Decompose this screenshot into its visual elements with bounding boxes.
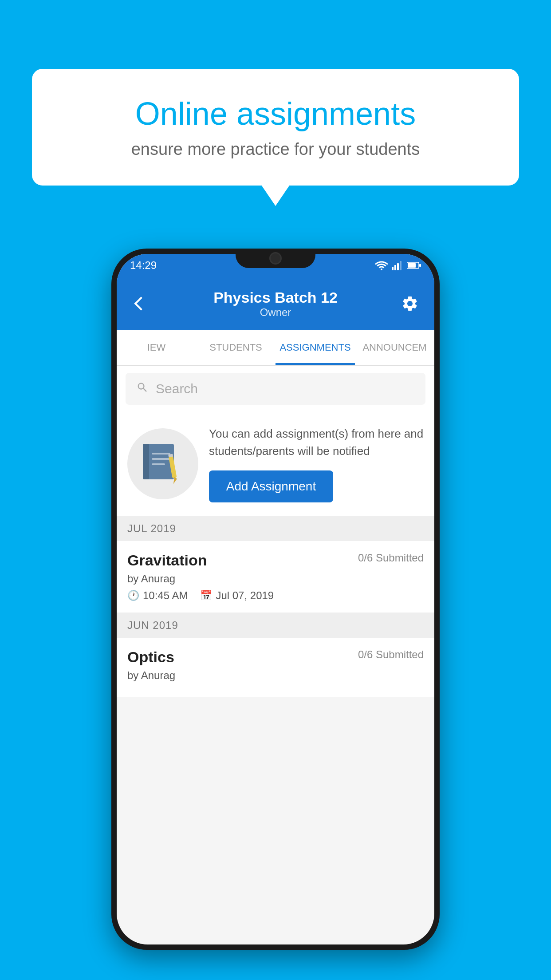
search-bar[interactable]: Search <box>126 373 425 405</box>
tab-students[interactable]: STUDENTS <box>196 330 276 365</box>
signal-icon <box>392 261 403 270</box>
add-assignment-right: You can add assignment(s) from here and … <box>209 425 424 502</box>
month-header-jul: JUL 2019 <box>117 516 434 541</box>
phone-camera <box>269 252 282 265</box>
speech-bubble-subtitle: ensure more practice for your students <box>63 140 488 159</box>
calendar-icon: 📅 <box>200 590 212 601</box>
assignment-item-optics[interactable]: Optics 0/6 Submitted by Anurag <box>117 638 434 697</box>
search-input-placeholder: Search <box>156 381 198 396</box>
header-title-area: Physics Batch 12 Owner <box>213 289 338 319</box>
assignment-meta-gravitation: 🕐 10:45 AM 📅 Jul 07, 2019 <box>127 589 424 602</box>
search-bar-container: Search <box>117 366 434 412</box>
svg-rect-3 <box>397 263 399 270</box>
header-title: Physics Batch 12 <box>213 289 338 306</box>
phone-mockup: 14:29 <box>111 249 440 950</box>
assignment-name-optics: Optics <box>127 648 174 666</box>
svg-rect-11 <box>152 458 170 460</box>
phone-screen: 14:29 <box>117 254 434 944</box>
header-subtitle: Owner <box>213 306 338 319</box>
back-button[interactable] <box>130 292 152 315</box>
phone-outer: 14:29 <box>111 249 440 950</box>
svg-rect-12 <box>152 463 165 465</box>
status-icons <box>375 261 421 270</box>
month-header-jun: JUN 2019 <box>117 613 434 638</box>
search-icon <box>136 381 149 397</box>
back-arrow-icon <box>134 296 148 310</box>
speech-bubble-title: Online assignments <box>63 95 488 132</box>
status-time: 14:29 <box>130 259 157 272</box>
svg-rect-1 <box>392 267 394 270</box>
assignment-name-gravitation: Gravitation <box>127 552 207 569</box>
tab-announcements[interactable]: ANNOUNCEM <box>355 330 434 365</box>
assignment-icon-circle <box>127 428 198 499</box>
assignment-time-gravitation: 🕐 10:45 AM <box>127 589 188 602</box>
battery-icon <box>407 261 421 269</box>
add-assignment-info: You can add assignment(s) from here and … <box>209 425 424 460</box>
assignment-by-optics: by Anurag <box>127 669 424 682</box>
add-assignment-button[interactable]: Add Assignment <box>209 470 333 502</box>
assignment-submitted-optics: 0/6 Submitted <box>358 648 424 661</box>
svg-rect-6 <box>408 263 416 268</box>
wifi-icon <box>375 261 388 270</box>
add-assignment-section: You can add assignment(s) from here and … <box>117 412 434 516</box>
svg-rect-9 <box>143 444 149 479</box>
assignment-submitted-gravitation: 0/6 Submitted <box>358 552 424 564</box>
tabs-bar: IEW STUDENTS ASSIGNMENTS ANNOUNCEM <box>117 330 434 366</box>
gear-icon <box>401 295 419 312</box>
notebook-icon <box>143 442 183 486</box>
speech-bubble-area: Online assignments ensure more practice … <box>32 69 519 186</box>
assignment-date-gravitation: 📅 Jul 07, 2019 <box>200 589 274 602</box>
assignment-by-gravitation: by Anurag <box>127 573 424 585</box>
svg-point-0 <box>381 269 382 270</box>
app-header: Physics Batch 12 Owner <box>117 277 434 330</box>
svg-rect-7 <box>419 264 421 267</box>
tab-iew[interactable]: IEW <box>117 330 196 365</box>
assignment-item-gravitation[interactable]: Gravitation 0/6 Submitted by Anurag 🕐 10… <box>117 541 434 613</box>
svg-rect-2 <box>394 265 396 270</box>
settings-button[interactable] <box>399 292 421 315</box>
content-area: Search <box>117 366 434 697</box>
clock-icon: 🕐 <box>127 590 139 601</box>
svg-rect-4 <box>400 261 401 270</box>
speech-bubble: Online assignments ensure more practice … <box>32 69 519 186</box>
phone-notch <box>236 249 315 268</box>
svg-rect-10 <box>152 453 170 454</box>
tab-assignments[interactable]: ASSIGNMENTS <box>276 330 355 365</box>
